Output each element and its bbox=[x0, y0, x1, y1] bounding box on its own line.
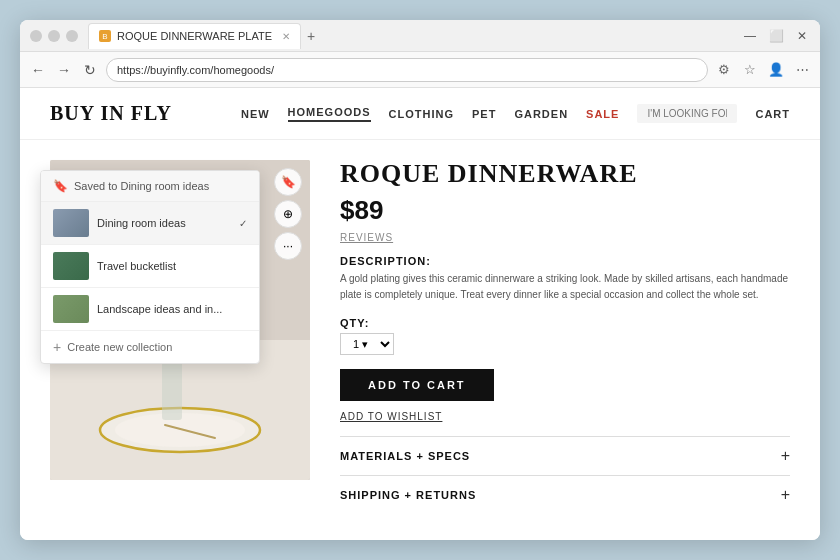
url-text: https://buyinfly.com/homegoods/ bbox=[117, 64, 274, 76]
window-controls bbox=[30, 30, 78, 42]
tab-close-btn[interactable]: ✕ bbox=[282, 31, 290, 42]
collection-thumb-dining bbox=[53, 209, 89, 237]
product-description: A gold plating gives this ceramic dinner… bbox=[340, 271, 790, 303]
tab-title: ROQUE DINNERWARE PLATE bbox=[117, 30, 272, 42]
image-side-buttons: 🔖 ⊕ ··· bbox=[274, 168, 302, 260]
description-label: DESCRIPTION: bbox=[340, 255, 790, 267]
cart-button[interactable]: CART bbox=[755, 108, 790, 120]
bookmark-header-icon: 🔖 bbox=[53, 179, 68, 193]
window-restore-btn[interactable]: ⬜ bbox=[768, 29, 784, 43]
add-to-cart-button[interactable]: ADD TO CART bbox=[340, 369, 494, 401]
site-nav: NEW HOMEGOODS CLOTHING PET GARDEN SALE C… bbox=[241, 104, 790, 123]
browser-window: B ROQUE DINNERWARE PLATE ✕ + — ⬜ ✕ ← → ↻… bbox=[20, 20, 820, 540]
nav-homegoods[interactable]: HOMEGOODS bbox=[288, 106, 371, 122]
window-close-btn[interactable]: ✕ bbox=[794, 29, 810, 43]
accordion-shipping-icon: + bbox=[781, 486, 790, 504]
zoom-btn[interactable]: ⊕ bbox=[274, 200, 302, 228]
forward-button[interactable]: → bbox=[54, 62, 74, 78]
nav-pet[interactable]: PET bbox=[472, 108, 496, 120]
url-bar[interactable]: https://buyinfly.com/homegoods/ bbox=[106, 58, 708, 82]
add-to-wishlist-button[interactable]: ADD TO WISHLIST bbox=[340, 411, 790, 422]
back-button[interactable]: ← bbox=[28, 62, 48, 78]
product-info: ROQUE DINNERWARE $89 REVIEWS DESCRIPTION… bbox=[340, 160, 790, 520]
collection-name-dining: Dining room ideas bbox=[97, 217, 186, 229]
maximize-window-btn[interactable] bbox=[66, 30, 78, 42]
profile-btn[interactable]: 👤 bbox=[766, 62, 786, 77]
menu-btn[interactable]: ⋯ bbox=[792, 62, 812, 77]
accordion-materials-icon: + bbox=[781, 447, 790, 465]
site-header: BUY IN FLY NEW HOMEGOODS CLOTHING PET GA… bbox=[20, 88, 820, 140]
close-window-btn[interactable] bbox=[30, 30, 42, 42]
accordion-shipping-label: SHIPPING + RETURNS bbox=[340, 489, 476, 501]
collection-item-travel[interactable]: Travel bucketlist bbox=[41, 245, 259, 288]
collection-thumb-travel bbox=[53, 252, 89, 280]
collection-item-landscape[interactable]: Landscape ideas and in... bbox=[41, 288, 259, 331]
nav-clothing[interactable]: CLOTHING bbox=[389, 108, 454, 120]
page-content: BUY IN FLY NEW HOMEGOODS CLOTHING PET GA… bbox=[20, 88, 820, 540]
save-dropdown: 🔖 Saved to Dining room ideas Dining room… bbox=[40, 170, 260, 364]
nav-garden[interactable]: GARDEN bbox=[514, 108, 568, 120]
collection-name-landscape: Landscape ideas and in... bbox=[97, 303, 222, 315]
create-new-label: Create new collection bbox=[67, 341, 172, 353]
accordion-shipping[interactable]: SHIPPING + RETURNS + bbox=[340, 475, 790, 514]
nav-sale[interactable]: SALE bbox=[586, 108, 619, 120]
title-bar: B ROQUE DINNERWARE PLATE ✕ + — ⬜ ✕ bbox=[20, 20, 820, 52]
minimize-window-btn[interactable] bbox=[48, 30, 60, 42]
save-header: 🔖 Saved to Dining room ideas bbox=[41, 171, 259, 202]
check-icon: ✓ bbox=[239, 218, 247, 229]
product-area: 🔖 ⊕ ··· 🔖 Saved to Dining room ideas Din… bbox=[20, 140, 820, 540]
refresh-button[interactable]: ↻ bbox=[80, 62, 100, 78]
product-reviews[interactable]: REVIEWS bbox=[340, 232, 790, 243]
new-tab-button[interactable]: + bbox=[303, 28, 319, 44]
qty-label: QTY: bbox=[340, 317, 790, 329]
accordion-materials-label: MATERIALS + SPECS bbox=[340, 450, 470, 462]
collection-item-dining[interactable]: Dining room ideas ✓ bbox=[41, 202, 259, 245]
window-controls-right: — ⬜ ✕ bbox=[742, 29, 810, 43]
bookmark-btn[interactable]: ☆ bbox=[740, 62, 760, 77]
collection-name-travel: Travel bucketlist bbox=[97, 260, 176, 272]
create-new-collection[interactable]: + Create new collection bbox=[41, 331, 259, 363]
product-image-wrap: 🔖 ⊕ ··· 🔖 Saved to Dining room ideas Din… bbox=[50, 160, 310, 520]
address-bar: ← → ↻ https://buyinfly.com/homegoods/ ⚙ … bbox=[20, 52, 820, 88]
site-logo: BUY IN FLY bbox=[50, 102, 172, 125]
collection-thumb-landscape bbox=[53, 295, 89, 323]
save-to-collection-btn[interactable]: 🔖 bbox=[274, 168, 302, 196]
svg-rect-5 bbox=[162, 355, 182, 420]
plus-icon: + bbox=[53, 339, 61, 355]
search-input[interactable] bbox=[637, 104, 737, 123]
browser-tab[interactable]: B ROQUE DINNERWARE PLATE ✕ bbox=[88, 23, 301, 49]
accordion-materials[interactable]: MATERIALS + SPECS + bbox=[340, 436, 790, 475]
product-price: $89 bbox=[340, 195, 790, 226]
nav-new[interactable]: NEW bbox=[241, 108, 270, 120]
save-header-text: Saved to Dining room ideas bbox=[74, 180, 209, 192]
tab-favicon: B bbox=[99, 30, 111, 42]
product-title: ROQUE DINNERWARE bbox=[340, 160, 790, 189]
qty-select[interactable]: 1 ▾ 2 3 bbox=[340, 333, 394, 355]
extensions-btn[interactable]: ⚙ bbox=[714, 62, 734, 77]
browser-actions: ⚙ ☆ 👤 ⋯ bbox=[714, 62, 812, 77]
qty-row: 1 ▾ 2 3 bbox=[340, 333, 790, 355]
tab-bar: B ROQUE DINNERWARE PLATE ✕ + bbox=[88, 20, 742, 51]
window-minimize-btn[interactable]: — bbox=[742, 29, 758, 43]
more-options-btn[interactable]: ··· bbox=[274, 232, 302, 260]
